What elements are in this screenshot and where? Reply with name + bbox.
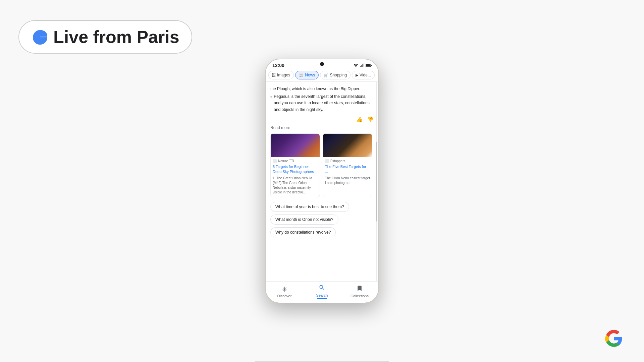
suggestion-chip-2[interactable]: What month is Orion not visible? <box>270 215 338 225</box>
svg-rect-5 <box>366 64 370 66</box>
search-nav-underline <box>317 298 327 299</box>
discover-icon: ✳ <box>282 285 287 293</box>
article-source-1: Nature TTL <box>273 159 318 163</box>
scrollbar-thumb[interactable] <box>376 142 377 222</box>
battery-icon <box>366 63 372 67</box>
suggestion-chip-3[interactable]: Why do constellations revolve? <box>270 227 336 237</box>
read-more-link[interactable]: Read more <box>270 125 374 130</box>
shopping-tab-icon: 🛒 <box>324 73 328 77</box>
feedback-row: 👍 👎 <box>270 116 374 123</box>
google-g-icon <box>31 28 49 46</box>
collections-icon <box>356 285 363 293</box>
article-image-2 <box>323 134 372 157</box>
article-card-2[interactable]: Fstoppers The Five Best Targets for ... … <box>323 133 372 197</box>
suggestion-chip-1[interactable]: What time of year is best to see them? <box>270 202 349 212</box>
badge-label: Live from Paris <box>53 27 179 47</box>
images-tab-icon: 🖼 <box>272 73 276 77</box>
partial-text: the Plough, which is also known as the B… <box>270 86 374 92</box>
tabs-bar: 🖼 Images 📰 News 🛒 Shopping ▶ Vide... <box>266 69 378 82</box>
bullet-item-pegasus: • Pegasus is the seventh largest of the … <box>270 94 374 113</box>
article-image-1 <box>271 134 320 157</box>
bottom-nav: ✳ Discover Search Collections <box>266 281 378 303</box>
article-source-2: Fstoppers <box>325 159 370 163</box>
camera-notch <box>320 62 324 66</box>
live-from-paris-badge: Live from Paris <box>18 20 192 54</box>
discover-label: Discover <box>277 294 292 298</box>
svg-rect-6 <box>371 65 372 66</box>
article-snippet-1: 1. The Great Orion Nebula (M42) The Grea… <box>273 176 318 195</box>
status-bar: 12:00 <box>266 59 378 69</box>
source-favicon-1 <box>273 159 277 163</box>
thumbs-up-icon[interactable]: 👍 <box>356 116 363 123</box>
search-label: Search <box>316 293 328 297</box>
article-snippet-2: The Orion Nebu easiest target f astropho… <box>325 176 370 185</box>
status-time: 12:00 <box>272 63 284 68</box>
tab-videos[interactable]: ▶ Vide... <box>352 71 375 79</box>
bullet-dot: • <box>270 94 272 113</box>
nav-discover[interactable]: ✳ Discover <box>266 285 303 298</box>
google-logo-bottom-right <box>604 328 624 349</box>
articles-row: Nature TTL 5 Targets for Beginner Deep S… <box>270 133 374 197</box>
tab-shopping[interactable]: 🛒 Shopping <box>320 71 351 79</box>
content-area: the Plough, which is also known as the B… <box>266 82 378 281</box>
nav-collections[interactable]: Collections <box>341 285 378 298</box>
signal-icon <box>360 63 364 68</box>
videos-tab-icon: ▶ <box>356 73 358 77</box>
svg-rect-0 <box>360 66 361 67</box>
wifi-icon <box>354 63 358 68</box>
scrollbar[interactable] <box>376 82 377 281</box>
svg-rect-2 <box>362 64 363 67</box>
svg-rect-3 <box>363 63 364 67</box>
source-favicon-2 <box>325 159 329 163</box>
news-tab-icon: 📰 <box>299 73 304 77</box>
tab-news[interactable]: 📰 News <box>295 71 319 79</box>
svg-rect-1 <box>361 65 362 67</box>
phone-mockup: 12:00 <box>265 59 379 303</box>
article-title-2[interactable]: The Five Best Targets for ... <box>325 164 370 175</box>
nav-search[interactable]: Search <box>303 284 341 299</box>
suggestion-chips: What time of year is best to see them? W… <box>270 202 374 237</box>
search-icon <box>319 284 325 293</box>
thumbs-down-icon[interactable]: 👎 <box>367 116 374 123</box>
tab-images[interactable]: 🖼 Images <box>268 71 294 79</box>
text-content: the Plough, which is also known as the B… <box>270 86 374 113</box>
status-icons <box>354 63 372 68</box>
article-card-1[interactable]: Nature TTL 5 Targets for Beginner Deep S… <box>270 133 320 197</box>
article-title-1[interactable]: 5 Targets for Beginner Deep Sky Photogra… <box>273 164 318 175</box>
collections-label: Collections <box>351 294 369 298</box>
